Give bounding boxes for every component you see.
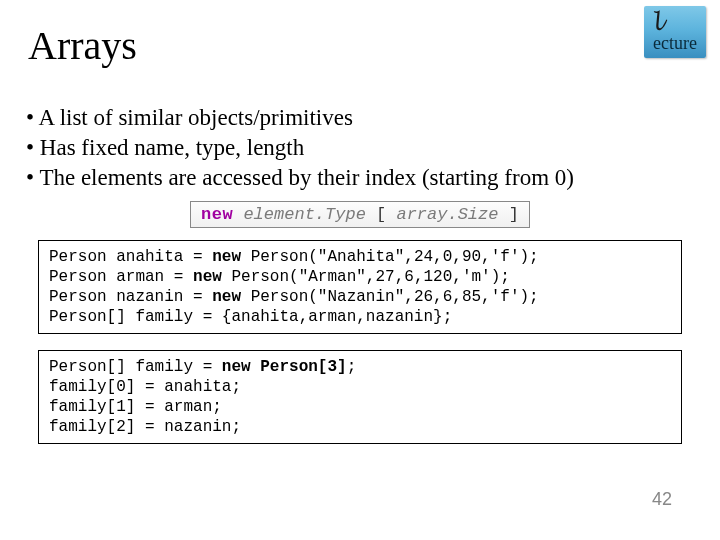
keyword-new: new [201,205,233,224]
element-type: element.Type [243,205,365,224]
bullet-item: The elements are accessed by their index… [26,163,720,193]
code-line: Person[] family = {anahita,arman,nazanin… [49,307,671,327]
slide-title: Arrays [0,0,720,69]
bullet-item: Has fixed name, type, length [26,133,720,163]
code-line: Person[] family = new Person[3]; [49,357,671,377]
code-line: Person arman = new Person("Arman",27,6,1… [49,267,671,287]
code-block-2: Person[] family = new Person[3]; family[… [38,350,682,444]
code-block-1: Person anahita = new Person("Anahita",24… [38,240,682,334]
bracket-open: [ [376,205,386,224]
bullet-item: A list of similar objects/primitives [26,103,720,133]
code-line: family[2] = nazanin; [49,417,671,437]
syntax-row: new element.Type [ array.Size ] [0,201,720,228]
array-size: array.Size [396,205,498,224]
code-line: Person anahita = new Person("Anahita",24… [49,247,671,267]
bracket-close: ] [509,205,519,224]
code-line: Person nazanin = new Person("Nazanin",26… [49,287,671,307]
code-line: family[1] = arman; [49,397,671,417]
bullet-list: A list of similar objects/primitives Has… [0,69,720,193]
syntax-box: new element.Type [ array.Size ] [190,201,530,228]
logo-text: ecture [644,33,706,54]
lecture-logo: 𝓵 ecture [644,6,706,58]
page-number: 42 [652,489,672,510]
code-line: family[0] = anahita; [49,377,671,397]
